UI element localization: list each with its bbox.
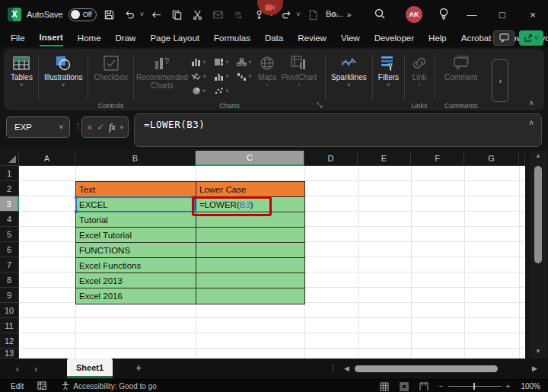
cell-b3[interactable]: EXCEL xyxy=(76,197,196,212)
scroll-down-icon[interactable]: ▼ xyxy=(535,346,541,357)
tab-draw[interactable]: Draw xyxy=(116,31,136,46)
charts-dialog-launcher-icon[interactable] xyxy=(317,102,323,108)
scroll-up-icon[interactable]: ▲ xyxy=(535,151,541,161)
redo-dropdown-icon[interactable]: ˅ xyxy=(296,11,300,18)
tab-formulas[interactable]: Formulas xyxy=(214,31,250,46)
undo-dropdown-icon[interactable]: ˅ xyxy=(140,11,144,18)
vertical-scrollbar[interactable]: ▲ ▼ xyxy=(530,151,546,359)
sparklines-button[interactable]: Sparklines ˅ xyxy=(329,53,369,89)
undo-icon[interactable] xyxy=(123,6,138,23)
column-header-a[interactable]: A xyxy=(19,151,75,166)
tab-home[interactable]: Home xyxy=(78,31,101,46)
comment-toggle-button[interactable] xyxy=(493,30,515,46)
cell-b9[interactable]: Excel 2016 xyxy=(76,288,196,304)
cut-icon[interactable] xyxy=(190,6,206,23)
pie-chart-button[interactable]: ˅ xyxy=(187,84,210,98)
tab-view[interactable]: View xyxy=(341,31,360,46)
name-box[interactable]: EXP ˅ xyxy=(6,116,70,138)
excel-logo-icon[interactable]: X xyxy=(8,8,21,21)
zoom-in-icon[interactable]: + xyxy=(506,382,511,390)
hscroll-right-icon[interactable]: ▶ xyxy=(532,365,537,372)
illustrations-button[interactable]: Illustrations ˅ xyxy=(42,53,85,89)
cell-c8[interactable] xyxy=(196,273,304,288)
tab-developer[interactable]: Developer xyxy=(374,31,414,46)
row-header-8[interactable]: 8 xyxy=(0,272,19,288)
cell-c5[interactable] xyxy=(196,228,304,243)
page-layout-view-icon[interactable] xyxy=(400,382,409,391)
cell-b5[interactable]: Excel Tutorial xyxy=(76,228,196,243)
scatter-chart-button[interactable]: ˅ xyxy=(210,84,233,98)
tabbar-dots-icon[interactable]: ⋮ xyxy=(329,363,337,373)
back-arrow-icon[interactable] xyxy=(149,6,164,23)
sheet-nav-next-icon[interactable]: › xyxy=(27,359,44,379)
tab-review[interactable]: Review xyxy=(298,31,327,46)
column-header-d[interactable]: D xyxy=(304,151,358,166)
column-header-g[interactable]: G xyxy=(464,151,519,166)
vertical-scrollbar-thumb[interactable] xyxy=(534,166,542,263)
waterfall-chart-button[interactable]: ˅ xyxy=(233,69,256,84)
cell-b7[interactable]: Excel Functions xyxy=(76,258,196,273)
search-icon[interactable] xyxy=(373,7,387,21)
name-box-dropdown-icon[interactable]: ˅ xyxy=(59,123,63,131)
row-header-12[interactable]: 12 xyxy=(0,333,19,349)
lightbulb-icon[interactable] xyxy=(438,7,450,21)
enter-formula-button[interactable]: ✓ xyxy=(97,122,104,132)
row-header-3[interactable]: 3 xyxy=(0,196,19,212)
row-header-9[interactable]: 9 xyxy=(0,288,19,303)
save-icon[interactable] xyxy=(102,6,117,23)
row-header-13[interactable]: 13 xyxy=(0,349,19,359)
line-scatter-chart-button[interactable]: ˅ xyxy=(187,69,210,84)
column-header-c[interactable]: C xyxy=(196,151,304,166)
cell-c3[interactable]: =LOWER(B3) xyxy=(196,197,304,212)
tab-data[interactable]: Data xyxy=(265,31,283,46)
ribbon-expand-button[interactable]: › xyxy=(492,59,508,102)
cell-c9[interactable] xyxy=(196,288,304,304)
document-title[interactable]: Bo... xyxy=(326,9,343,18)
ribbon-collapse-icon[interactable]: ˄ xyxy=(529,99,534,107)
minimize-button[interactable]: — xyxy=(460,0,483,29)
row-header-7[interactable]: 7 xyxy=(0,257,19,272)
cell-c6[interactable] xyxy=(196,243,304,258)
horizontal-scrollbar-thumb[interactable] xyxy=(355,365,498,372)
tab-help[interactable]: Help xyxy=(429,31,447,46)
page-break-view-icon[interactable] xyxy=(419,382,429,391)
row-header-10[interactable]: 10 xyxy=(0,303,19,318)
share-button[interactable]: ˅ xyxy=(519,30,543,46)
close-button[interactable]: × xyxy=(521,0,544,29)
more-commands-icon[interactable]: » xyxy=(347,10,352,19)
maximize-button[interactable]: □ xyxy=(491,0,514,29)
zoom-slider-thumb[interactable] xyxy=(473,383,475,390)
row-header-5[interactable]: 5 xyxy=(0,227,19,242)
zoom-level[interactable]: 100% xyxy=(521,382,540,390)
copy-icon[interactable] xyxy=(170,6,185,23)
hscroll-left-icon[interactable]: ◀ xyxy=(344,365,349,372)
column-chart-button[interactable]: ˅ xyxy=(187,55,210,69)
column-header-f[interactable]: F xyxy=(411,151,464,166)
cancel-formula-button[interactable]: × xyxy=(87,122,93,133)
cell-b6[interactable]: FUNCTIONS xyxy=(76,243,196,258)
fx-dropdown-icon[interactable]: ˅ xyxy=(119,124,123,131)
cell-c2[interactable]: Lower Case xyxy=(196,182,304,197)
sheet-nav-prev-icon[interactable]: ‹ xyxy=(9,359,26,379)
sheet-tab-sheet1[interactable]: Sheet1 xyxy=(67,359,113,378)
hierarchy-chart-button[interactable]: ˅ xyxy=(233,55,256,69)
row-header-11[interactable]: 11 xyxy=(0,318,19,333)
tables-button[interactable]: Tables ˅ xyxy=(8,53,35,89)
add-sheet-button[interactable]: + xyxy=(135,362,142,374)
tab-insert[interactable]: Insert xyxy=(40,30,63,46)
tab-page-layout[interactable]: Page Layout xyxy=(150,31,199,46)
accessibility-status[interactable]: Accessibility: Good to go xyxy=(61,381,157,390)
cell-b2[interactable]: Text xyxy=(76,182,196,197)
tab-file[interactable]: File xyxy=(11,31,25,46)
column-header-e[interactable]: E xyxy=(358,151,411,166)
formula-bar-expand-icon[interactable]: ˄ xyxy=(529,119,534,127)
row-header-6[interactable]: 6 xyxy=(0,242,19,257)
row-header-1[interactable]: 1 xyxy=(0,166,19,181)
cell-c7[interactable] xyxy=(196,258,304,273)
account-avatar[interactable]: AK xyxy=(406,6,422,23)
treemap-chart-button[interactable]: ˅ xyxy=(210,55,233,69)
cell-b8[interactable]: Excel 2013 xyxy=(76,273,196,288)
insert-function-button[interactable]: fx xyxy=(109,123,115,132)
normal-view-icon[interactable] xyxy=(380,382,389,391)
tab-acrobat[interactable]: Acrobat xyxy=(461,31,492,46)
